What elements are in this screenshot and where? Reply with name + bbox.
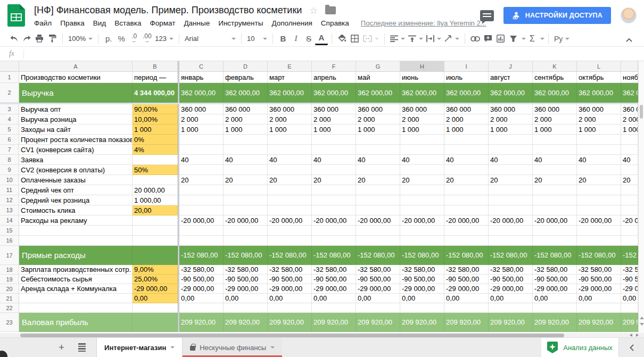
borders-button[interactable] — [349, 32, 361, 45]
cell-D12[interactable] — [224, 195, 268, 205]
cell-B13[interactable]: 20,00 — [133, 205, 178, 215]
cell-B4[interactable]: 10,00% — [133, 114, 178, 124]
cell-C18[interactable]: -32 580,00 — [179, 265, 224, 275]
cell-G8[interactable]: 40 — [356, 155, 400, 165]
cell-G5[interactable]: 1 000 — [356, 124, 400, 135]
functions-button[interactable]: Σ — [526, 32, 539, 45]
cell-M21[interactable]: 0,00 — [621, 294, 638, 303]
cell-J9[interactable] — [489, 165, 533, 175]
cell-B1[interactable]: период — — [133, 72, 178, 83]
cell-B15[interactable] — [133, 226, 178, 236]
column-header-L[interactable]: L — [577, 61, 621, 72]
row-header-15[interactable]: 15 — [0, 226, 19, 236]
cell-I19[interactable]: -90 500,00 — [444, 275, 489, 284]
cell-I14[interactable]: -20 000,00 — [444, 215, 489, 226]
cell-F10[interactable]: 20 — [312, 175, 356, 185]
menu-вставка[interactable]: Вставка — [110, 18, 145, 29]
cell-B12[interactable]: 1 000,00 — [133, 195, 178, 205]
cell-K10[interactable]: 20 — [533, 175, 577, 185]
formula-bar[interactable]: fx — [0, 47, 644, 61]
cell-F19[interactable]: -90 500,00 — [312, 275, 356, 284]
cell-F12[interactable] — [312, 195, 356, 205]
cell-F20[interactable]: -29 000,00 — [312, 284, 356, 294]
cell-C12[interactable] — [179, 195, 224, 205]
column-header-J[interactable]: J — [489, 61, 533, 72]
cell-I2[interactable]: 362 000,00 — [444, 83, 489, 103]
cell-J16[interactable] — [489, 236, 533, 246]
cell-K13[interactable] — [533, 205, 577, 215]
cell-M9[interactable] — [621, 165, 638, 175]
cell-A6[interactable]: Процент роста количества показов — [19, 135, 133, 145]
cell-F14[interactable]: -20 000,00 — [312, 215, 356, 226]
cell-L21[interactable]: 0,00 — [577, 294, 621, 303]
cell-I12[interactable] — [444, 195, 489, 205]
row-header-14[interactable]: 14 — [0, 215, 19, 226]
cell-C1[interactable]: январь — [179, 72, 224, 83]
cell-K9[interactable] — [533, 165, 577, 175]
comments-icon[interactable] — [480, 10, 494, 21]
cell-M12[interactable] — [621, 195, 638, 205]
cell-M7[interactable] — [621, 145, 638, 155]
cell-H9[interactable] — [400, 165, 444, 175]
input-tools-button[interactable]: Ру — [552, 32, 571, 45]
cell-B2[interactable]: 4 344 000,00 — [133, 83, 178, 103]
cell-C10[interactable]: 20 — [179, 175, 224, 185]
cell-G14[interactable]: -20 000,00 — [356, 215, 400, 226]
cell-I6[interactable] — [444, 135, 489, 145]
cell-F6[interactable] — [312, 135, 356, 145]
cell-C16[interactable] — [179, 236, 224, 246]
cell-A10[interactable]: Оплаченные заказы — [19, 175, 133, 185]
row-header-12[interactable]: 12 — [0, 195, 19, 205]
cell-F18[interactable]: -32 580,00 — [312, 265, 356, 275]
filter-caret[interactable] — [522, 38, 526, 40]
cell-J21[interactable]: 0,00 — [489, 294, 533, 303]
sheets-logo-icon[interactable] — [7, 4, 25, 27]
row-header-17[interactable]: 17 — [0, 246, 19, 265]
font-select[interactable]: Arial — [183, 32, 237, 45]
cell-I18[interactable]: -32 580,00 — [444, 265, 489, 275]
cell-J17[interactable]: -152 080,00 — [489, 246, 533, 265]
row-header-3[interactable]: 3 — [0, 104, 19, 114]
cell-B22[interactable] — [133, 303, 178, 313]
cell-D14[interactable]: -20 000,00 — [224, 215, 268, 226]
cell-L3[interactable]: 360 000 — [577, 104, 621, 114]
cell-H23[interactable]: 209 920,00 — [400, 313, 444, 332]
cell-C23[interactable]: 209 920,00 — [179, 313, 224, 332]
cell-H10[interactable]: 20 — [400, 175, 444, 185]
cell-K22[interactable] — [533, 303, 577, 313]
cell-K16[interactable] — [533, 236, 577, 246]
cell-C14[interactable]: -20 000,00 — [179, 215, 224, 226]
cell-D1[interactable]: февраль — [224, 72, 268, 83]
increase-decimal-button[interactable]: .00→ — [141, 32, 153, 45]
cell-H5[interactable]: 1 000 — [400, 124, 444, 135]
cell-H22[interactable] — [400, 303, 444, 313]
cell-H7[interactable] — [400, 145, 444, 155]
cell-I10[interactable]: 20 — [444, 175, 489, 185]
row-header-10[interactable]: 10 — [0, 175, 19, 185]
cell-D22[interactable] — [224, 303, 268, 313]
cell-E18[interactable]: -32 580,00 — [268, 265, 312, 275]
cell-D6[interactable] — [224, 135, 268, 145]
font-size-select[interactable]: 10 — [245, 32, 269, 45]
cell-J7[interactable] — [489, 145, 533, 155]
row-header-19[interactable]: 19 — [0, 275, 19, 284]
vertical-scrollbar-thumb[interactable] — [640, 105, 643, 119]
cell-J1[interactable]: август — [489, 72, 533, 83]
cell-J12[interactable] — [489, 195, 533, 205]
cell-L7[interactable] — [577, 145, 621, 155]
cell-I7[interactable] — [444, 145, 489, 155]
cell-L6[interactable] — [577, 135, 621, 145]
cell-D9[interactable] — [224, 165, 268, 175]
tab-neskuchnye-finansy[interactable]: Нескучные финансы — [183, 338, 282, 357]
vertical-scrollbar[interactable] — [638, 61, 644, 333]
functions-caret[interactable] — [540, 38, 544, 40]
cell-E17[interactable]: -152 080,00 — [268, 246, 312, 265]
share-button[interactable]: НАСТРОЙКИ ДОСТУПА — [503, 7, 611, 24]
cell-E21[interactable]: 0,00 — [268, 294, 312, 303]
cell-A5[interactable]: Заходы на сайт — [19, 124, 133, 135]
cell-A22[interactable] — [19, 303, 133, 313]
cell-K1[interactable]: сентябрь — [533, 72, 577, 83]
cell-I9[interactable] — [444, 165, 489, 175]
menu-справка[interactable]: Справка — [317, 18, 353, 29]
cell-E11[interactable] — [268, 185, 312, 195]
